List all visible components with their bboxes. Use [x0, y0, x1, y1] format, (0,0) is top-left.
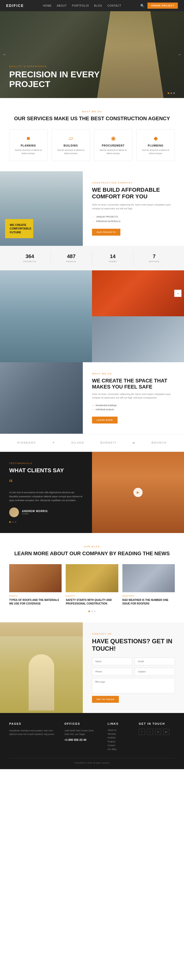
facebook-icon[interactable]: f	[139, 729, 145, 735]
footer-link-blog[interactable]: Our Blog	[107, 748, 131, 751]
author-avatar	[9, 508, 19, 517]
blog-image-2	[66, 564, 118, 592]
googleplus-icon[interactable]: g+	[163, 729, 170, 735]
building-icon: ▱	[56, 135, 86, 142]
partner-1: Pioneer®	[18, 441, 36, 444]
nav-home[interactable]: Home	[43, 4, 52, 7]
about-label: CONSTRUCTION COMPANY	[92, 181, 175, 184]
blog-dots	[9, 611, 175, 612]
service-name-procurement: PROCUREMENT	[98, 144, 128, 147]
hero-dot-3[interactable]	[173, 92, 175, 94]
blog-image-3	[122, 564, 175, 592]
services-label: WHAT WE DO	[9, 110, 175, 113]
contact-phone-input[interactable]	[92, 668, 132, 675]
service-card-planning: ■ PLANNING Sed do eiusmod ut labore et d…	[9, 129, 48, 161]
procurement-icon: ◉	[98, 135, 128, 142]
blog-section: OUR BLOG LEARN MORE ABOUT OUR COMPANY BY…	[0, 533, 184, 622]
about-feature-2: PREMIUM MATERIALS	[92, 219, 175, 224]
services-grid: ■ PLANNING Sed do eiusmod ut labore et d…	[9, 129, 175, 161]
contact-message-input[interactable]	[92, 678, 175, 693]
footer-about-title: PAGES	[9, 722, 57, 725]
linkedin-icon[interactable]: in	[155, 729, 161, 735]
footer-grid: PAGES Sempliciter vivendum esse putaret.…	[9, 722, 175, 752]
main-nav: Home About Portfolio Blog Contact	[43, 4, 121, 7]
footer-links-title: LINKS	[107, 722, 131, 725]
contact-image	[0, 622, 83, 713]
nav-blog[interactable]: Blog	[94, 4, 102, 7]
play-button[interactable]: ▶	[133, 488, 142, 497]
gallery-arrow[interactable]: →	[174, 290, 181, 297]
blog-post-title-2[interactable]: SAFETY STARTS WITH QUALITY AND PROFESSIO…	[66, 598, 118, 606]
hero-next-arrow[interactable]: →	[178, 52, 181, 57]
stat-projects: 364 PROJECTS	[9, 251, 51, 265]
blog-dot-3[interactable]	[94, 611, 96, 612]
nav-about[interactable]: About	[57, 4, 67, 7]
stat-offices: 7 OFFICES	[134, 251, 175, 265]
space-content: WHAT WE DO WE CREATE THE SPACE THAT MAKE…	[83, 362, 184, 434]
footer-link-services[interactable]: Services	[107, 733, 131, 735]
t-dot-1[interactable]	[9, 521, 11, 523]
about-image: WE CREATE COMFORTABLE FUTURE	[0, 171, 83, 246]
author-info: ANDREW MORRIS Client	[22, 510, 48, 515]
testimonial-dots	[9, 521, 83, 523]
footer-social-title: GET IN TOUCH	[139, 722, 175, 725]
testimonial-quote: At vero eos et accusamus et iusto odio d…	[9, 491, 83, 503]
hero-prev-arrow[interactable]: ←	[3, 52, 6, 57]
hero-dot-2[interactable]	[170, 92, 172, 94]
footer-link-about[interactable]: About Us	[107, 729, 131, 731]
about-section: WE CREATE COMFORTABLE FUTURE CONSTRUCTIO…	[0, 171, 184, 246]
twitter-icon[interactable]: t	[147, 729, 153, 735]
blog-post-title-1[interactable]: TYPES OF ROOFS AND THE MATERIALS WE USE …	[9, 598, 62, 606]
partner-5: ◈	[133, 441, 135, 444]
service-desc-planning: Sed do eiusmod ut labore et dolore tempo…	[13, 149, 44, 155]
gallery-image-2: →	[92, 270, 184, 316]
t-dot-3[interactable]	[15, 521, 16, 523]
about-cta-button[interactable]: OUR PROJECTS	[92, 229, 120, 235]
stat-projects-label: PROJECTS	[9, 260, 50, 262]
space-label: WHAT WE DO	[92, 372, 175, 375]
space-cta-button[interactable]: LEARN MORE	[92, 417, 118, 423]
footer-phone: +1 800 556 23 44	[64, 738, 101, 741]
blog-dot-1[interactable]	[88, 611, 90, 612]
contact-submit-button[interactable]: GET IN TOUCH	[92, 696, 119, 703]
nav-portfolio[interactable]: Portfolio	[72, 4, 89, 7]
service-card-building: ▱ BUILDING Sed do eiusmod ut labore et d…	[52, 129, 90, 161]
order-project-button[interactable]: ORDER PROJECT	[147, 3, 178, 9]
space-image	[0, 362, 83, 434]
nav-contact[interactable]: Contact	[107, 4, 122, 7]
blog-card-2: SAFETY SAFETY STARTS WITH QUALITY AND PR…	[66, 564, 118, 606]
contact-subject-input[interactable]	[135, 668, 175, 675]
blog-dot-2[interactable]	[91, 611, 93, 612]
service-name-building: BUILDING	[56, 144, 86, 147]
blog-label: OUR BLOG	[9, 545, 175, 548]
contact-content: CONTACT US HAVE QUESTIONS? GET IN TOUCH!…	[83, 622, 184, 713]
about-feature-1: UNIQUE PROJECTS	[92, 215, 175, 219]
blog-post-title-3[interactable]: BAD WEATHER IS THE NUMBER ONE ISSUE FOR …	[122, 598, 175, 606]
contact-form: GET IN TOUCH	[92, 658, 175, 703]
planning-icon: ■	[13, 135, 44, 142]
search-icon[interactable]: 🔍	[140, 4, 144, 8]
stat-years-number: 14	[92, 253, 133, 259]
stat-people-number: 487	[51, 253, 92, 259]
contact-name-input[interactable]	[92, 658, 132, 665]
footer-link-projects[interactable]: Projects	[107, 740, 131, 743]
stat-offices-number: 7	[134, 253, 175, 259]
form-row-1	[92, 658, 175, 665]
t-dot-2[interactable]	[12, 521, 14, 523]
service-card-plumbing: ◆ PLUMBING Sed do eiusmod ut labore et d…	[136, 129, 175, 161]
footer-link-portfolio[interactable]: Portfolio	[107, 737, 131, 739]
about-yellow-box: WE CREATE COMFORTABLE FUTURE	[5, 219, 33, 238]
stats-bar: 364 PROJECTS 487 PEOPLE 14 YEARS 7 OFFIC…	[0, 246, 184, 270]
footer-link-contact[interactable]: Contact	[107, 744, 131, 747]
contact-email-input[interactable]	[135, 658, 175, 665]
service-desc-plumbing: Sed do eiusmod ut labore et dolore tempo…	[140, 149, 171, 155]
stat-years: 14 YEARS	[92, 251, 134, 265]
testimonial-author: ANDREW MORRIS Client	[9, 508, 83, 517]
site-logo[interactable]: EDIFICE	[6, 3, 24, 8]
hero-dot-1[interactable]	[168, 92, 169, 94]
contact-title: HAVE QUESTIONS? GET IN TOUCH!	[92, 638, 175, 652]
footer-links-col: LINKS About Us Services Portfolio Projec…	[107, 722, 131, 752]
space-section: WHAT WE DO WE CREATE THE SPACE THAT MAKE…	[0, 362, 184, 434]
services-section: WHAT WE DO OUR SERVICES MAKE US THE BEST…	[0, 98, 184, 171]
footer-offices-address: 1180 North Town Center Drive Suite 100, …	[64, 729, 101, 736]
